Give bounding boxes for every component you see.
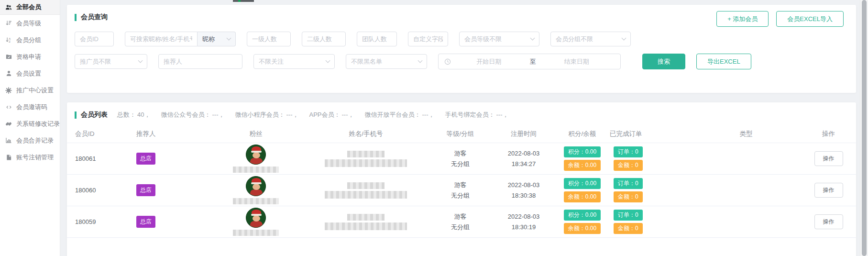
sort-amount-icon bbox=[5, 20, 12, 27]
user-icon bbox=[5, 70, 12, 77]
folder-check-icon bbox=[5, 53, 12, 60]
col-level-group: 等级/分组 bbox=[428, 125, 493, 143]
stat-wechat-official: 微信公众号会员：---， bbox=[161, 111, 226, 119]
register-daterange-picker[interactable]: 开始日期 至 结束日期 bbox=[438, 54, 621, 69]
promoter-value: 推广员不限 bbox=[80, 57, 111, 66]
amount-badge: 金额：0 bbox=[614, 191, 643, 202]
sidebar-item-member-levels[interactable]: 会员等级 bbox=[0, 15, 60, 32]
sidebar-item-all-members[interactable]: 全部会员 bbox=[0, 0, 60, 15]
avatar bbox=[246, 145, 266, 165]
team-count-input[interactable] bbox=[357, 32, 397, 46]
sidebar-item-label: 全部会员 bbox=[16, 3, 41, 11]
member-group-select[interactable]: 会员分组不限 bbox=[550, 32, 631, 46]
vertical-scrollbar[interactable] bbox=[860, 0, 868, 256]
row-action-button[interactable]: 操作 bbox=[814, 183, 843, 198]
link-icon bbox=[5, 120, 12, 127]
member-level: 游客 bbox=[428, 148, 493, 158]
col-action: 操作 bbox=[801, 125, 856, 143]
balance-badge: 余额：0.00 bbox=[564, 160, 601, 171]
promoter-select[interactable]: 推广员不限 bbox=[75, 54, 147, 69]
member-level-value: 会员等级不限 bbox=[464, 35, 502, 44]
chevron-down-icon bbox=[326, 58, 330, 63]
chevron-down-icon bbox=[227, 36, 231, 41]
sidebar-item-qualification[interactable]: 资格申请 bbox=[0, 48, 60, 65]
censored-name-phone bbox=[304, 151, 428, 167]
stat-open-platform: 微信开放平台会员：---， bbox=[364, 111, 436, 119]
chevron-down-icon bbox=[418, 58, 423, 63]
censored-nickname bbox=[233, 198, 279, 204]
amount-badge: 金额：0 bbox=[614, 223, 643, 234]
member-query-panel: 会员查询 + 添加会员 会员EXCEL导入 昵称 会员等级不限 会员分组不限 推… bbox=[67, 5, 856, 93]
level1-count-input[interactable] bbox=[247, 32, 291, 46]
title-accent-bar bbox=[75, 111, 77, 119]
svg-text:Z: Z bbox=[9, 40, 11, 43]
sidebar-item-member-settings[interactable]: 会员设置 bbox=[0, 65, 60, 82]
sort-alpha-icon: AZ bbox=[5, 36, 12, 44]
censored-nickname bbox=[233, 167, 279, 173]
blacklist-filter-select[interactable]: 不限黑名单 bbox=[346, 54, 427, 69]
nickname-type-value: 昵称 bbox=[202, 35, 215, 44]
chevron-down-icon bbox=[622, 36, 626, 41]
col-fans: 粉丝 bbox=[208, 125, 304, 143]
start-date-placeholder: 开始日期 bbox=[451, 57, 527, 66]
file-icon bbox=[5, 154, 12, 161]
custom-field-input[interactable] bbox=[408, 32, 448, 46]
sidebar-item-label: 推广中心设置 bbox=[16, 86, 54, 95]
orders-badge: 订单：0 bbox=[614, 178, 643, 189]
sidebar-item-merge-log[interactable]: 会员合并记录 bbox=[0, 132, 60, 149]
member-id-input[interactable] bbox=[75, 32, 114, 46]
register-date: 2022-08-03 bbox=[493, 211, 555, 222]
browser-tab-remnant bbox=[233, 0, 254, 2]
export-excel-button[interactable]: 导出EXCEL bbox=[696, 54, 751, 69]
sidebar-item-promotion-settings[interactable]: 推广中心设置 bbox=[0, 82, 60, 99]
keyword-search-group: 昵称 bbox=[125, 32, 236, 46]
table-row: 180059 总店 游客无分组 2022-08-0318:30:19 积分：0.… bbox=[67, 206, 856, 238]
excel-import-button[interactable]: 会员EXCEL导入 bbox=[776, 11, 844, 27]
follow-filter-select[interactable]: 不限关注 bbox=[253, 54, 335, 69]
sidebar-item-label: 关系链修改记录 bbox=[16, 120, 60, 128]
member-id: 180061 bbox=[67, 155, 136, 162]
member-level: 游客 bbox=[428, 211, 493, 222]
col-referrer: 推荐人 bbox=[136, 125, 208, 143]
sidebar-item-member-groups[interactable]: AZ 会员分组 bbox=[0, 32, 60, 48]
gear-icon bbox=[5, 87, 12, 94]
title-accent-bar bbox=[75, 14, 77, 21]
add-member-button[interactable]: + 添加会员 bbox=[716, 11, 769, 27]
keyword-input[interactable] bbox=[125, 32, 198, 46]
bar-chart-icon bbox=[5, 137, 12, 144]
row-action-button[interactable]: 操作 bbox=[814, 214, 843, 229]
end-date-placeholder: 结束日期 bbox=[539, 57, 615, 66]
scrollbar-thumb[interactable] bbox=[862, 0, 867, 256]
member-stats: 总数：40， 微信公众号会员：---， 微信小程序会员：---， APP会员：-… bbox=[117, 111, 510, 119]
stat-app: APP会员：---， bbox=[309, 111, 355, 119]
balance-badge: 余额：0.00 bbox=[564, 223, 601, 234]
search-button[interactable]: 搜索 bbox=[642, 54, 685, 69]
sidebar-item-account-cancellation[interactable]: 账号注销管理 bbox=[0, 149, 60, 166]
nickname-type-select[interactable]: 昵称 bbox=[198, 32, 236, 46]
register-time: 18:34:27 bbox=[493, 159, 555, 169]
sidebar-item-label: 会员等级 bbox=[16, 19, 41, 28]
sidebar-item-relation-log[interactable]: 关系链修改记录 bbox=[0, 115, 60, 132]
col-points-balance: 积分/余额 bbox=[555, 125, 610, 143]
member-group: 无分组 bbox=[428, 190, 493, 200]
points-badge: 积分：0.00 bbox=[564, 210, 601, 221]
referrer-input[interactable] bbox=[158, 54, 242, 69]
chevron-down-icon bbox=[530, 36, 535, 41]
member-group-value: 会员分组不限 bbox=[556, 35, 593, 44]
member-level-select[interactable]: 会员等级不限 bbox=[459, 32, 539, 46]
member-id: 180059 bbox=[67, 218, 136, 225]
member-list-panel: 会员列表 总数：40， 微信公众号会员：---， 微信小程序会员：---， AP… bbox=[67, 102, 856, 256]
member-group: 无分组 bbox=[428, 159, 493, 169]
level2-count-input[interactable] bbox=[302, 32, 346, 46]
col-member-id: 会员ID bbox=[67, 125, 136, 143]
register-date: 2022-08-03 bbox=[493, 180, 555, 190]
sidebar: 全部会员 会员等级 AZ 会员分组 资格申请 会员设置 推广中心设置 会员邀请码… bbox=[0, 0, 60, 256]
sidebar-item-invite-code[interactable]: 会员邀请码 bbox=[0, 99, 60, 115]
col-completed-orders: 已完成订单 bbox=[610, 125, 691, 143]
users-icon bbox=[5, 4, 12, 11]
row-action-button[interactable]: 操作 bbox=[814, 151, 843, 166]
member-id: 180060 bbox=[67, 187, 136, 194]
col-name-phone: 姓名/手机号 bbox=[304, 125, 428, 143]
clock-icon bbox=[444, 58, 451, 65]
sidebar-item-label: 会员分组 bbox=[16, 36, 41, 45]
